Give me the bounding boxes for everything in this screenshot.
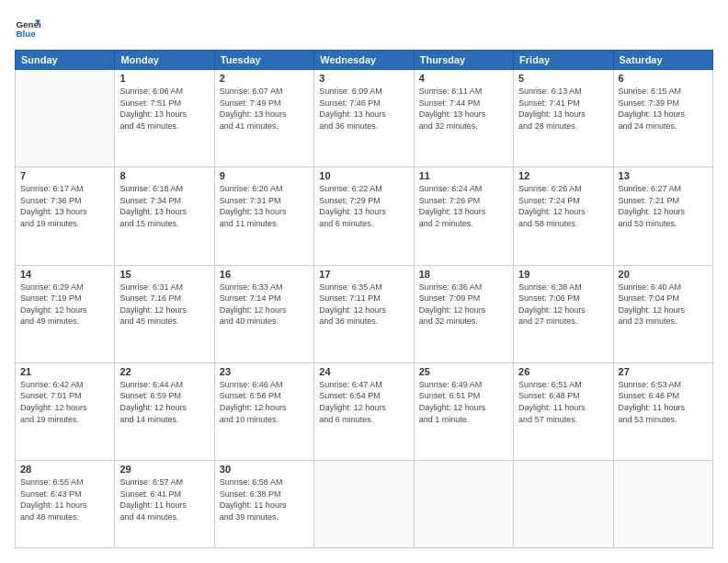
day-header-thursday: Thursday <box>414 51 513 70</box>
week-row-1: 1Sunrise: 6:06 AM Sunset: 7:51 PM Daylig… <box>16 70 713 167</box>
day-info: Sunrise: 6:31 AM Sunset: 7:16 PM Dayligh… <box>119 282 209 327</box>
day-info: Sunrise: 6:24 AM Sunset: 7:26 PM Dayligh… <box>419 183 508 229</box>
day-info: Sunrise: 6:11 AM Sunset: 7:44 PM Dayligh… <box>419 86 508 132</box>
logo-icon: General Blue <box>15 15 40 40</box>
day-info: Sunrise: 6:20 AM Sunset: 7:31 PM Dayligh… <box>220 183 309 229</box>
calendar-cell: 25Sunrise: 6:49 AM Sunset: 6:51 PM Dayli… <box>414 362 513 460</box>
calendar-cell <box>314 461 414 548</box>
calendar-cell: 17Sunrise: 6:35 AM Sunset: 7:11 PM Dayli… <box>314 265 414 362</box>
day-number: 24 <box>319 366 408 377</box>
day-header-wednesday: Wednesday <box>314 51 414 70</box>
day-info: Sunrise: 6:29 AM Sunset: 7:19 PM Dayligh… <box>20 282 109 327</box>
day-number: 18 <box>419 269 508 280</box>
calendar-cell: 20Sunrise: 6:40 AM Sunset: 7:04 PM Dayli… <box>613 265 712 362</box>
day-number: 4 <box>419 73 508 84</box>
calendar-cell: 7Sunrise: 6:17 AM Sunset: 7:36 PM Daylig… <box>16 167 115 265</box>
day-number: 28 <box>20 464 109 475</box>
day-number: 26 <box>518 366 608 377</box>
day-number: 23 <box>220 366 309 377</box>
day-info: Sunrise: 6:36 AM Sunset: 7:09 PM Dayligh… <box>419 282 508 327</box>
calendar-cell: 15Sunrise: 6:31 AM Sunset: 7:16 PM Dayli… <box>115 265 214 362</box>
calendar-cell: 3Sunrise: 6:09 AM Sunset: 7:46 PM Daylig… <box>314 70 414 167</box>
header: General Blue <box>15 15 713 40</box>
day-number: 8 <box>119 170 209 181</box>
calendar-cell: 2Sunrise: 6:07 AM Sunset: 7:49 PM Daylig… <box>214 70 313 167</box>
calendar-cell: 12Sunrise: 6:26 AM Sunset: 7:24 PM Dayli… <box>514 167 613 265</box>
calendar-cell: 1Sunrise: 6:06 AM Sunset: 7:51 PM Daylig… <box>115 70 214 167</box>
svg-text:Blue: Blue <box>16 29 36 39</box>
day-info: Sunrise: 6:57 AM Sunset: 6:41 PM Dayligh… <box>119 477 209 523</box>
day-header-friday: Friday <box>514 51 613 70</box>
day-info: Sunrise: 6:58 AM Sunset: 6:38 PM Dayligh… <box>220 477 309 523</box>
calendar-cell: 4Sunrise: 6:11 AM Sunset: 7:44 PM Daylig… <box>414 70 513 167</box>
calendar-cell: 6Sunrise: 6:15 AM Sunset: 7:39 PM Daylig… <box>613 70 712 167</box>
day-number: 11 <box>419 170 508 181</box>
calendar-cell: 23Sunrise: 6:46 AM Sunset: 6:56 PM Dayli… <box>214 362 313 460</box>
day-number: 10 <box>319 170 408 181</box>
day-header-tuesday: Tuesday <box>214 51 313 70</box>
day-number: 30 <box>220 464 309 475</box>
calendar-cell: 28Sunrise: 6:55 AM Sunset: 6:43 PM Dayli… <box>16 461 115 548</box>
day-info: Sunrise: 6:13 AM Sunset: 7:41 PM Dayligh… <box>518 86 608 132</box>
day-info: Sunrise: 6:46 AM Sunset: 6:56 PM Dayligh… <box>220 379 309 425</box>
day-number: 7 <box>20 170 109 181</box>
day-number: 20 <box>619 269 708 280</box>
day-number: 12 <box>518 170 608 181</box>
calendar-cell: 11Sunrise: 6:24 AM Sunset: 7:26 PM Dayli… <box>414 167 513 265</box>
day-info: Sunrise: 6:55 AM Sunset: 6:43 PM Dayligh… <box>20 477 109 523</box>
calendar-cell: 29Sunrise: 6:57 AM Sunset: 6:41 PM Dayli… <box>115 461 214 548</box>
calendar-cell: 26Sunrise: 6:51 AM Sunset: 6:48 PM Dayli… <box>514 362 613 460</box>
day-info: Sunrise: 6:35 AM Sunset: 7:11 PM Dayligh… <box>319 282 408 327</box>
day-number: 16 <box>220 269 309 280</box>
calendar-cell: 14Sunrise: 6:29 AM Sunset: 7:19 PM Dayli… <box>16 265 115 362</box>
day-number: 2 <box>220 73 309 84</box>
calendar-table: SundayMondayTuesdayWednesdayThursdayFrid… <box>15 50 713 548</box>
day-number: 15 <box>119 269 209 280</box>
day-number: 1 <box>119 73 209 84</box>
calendar-cell <box>613 461 712 548</box>
calendar-cell: 24Sunrise: 6:47 AM Sunset: 6:54 PM Dayli… <box>314 362 414 460</box>
day-number: 6 <box>619 73 708 84</box>
day-number: 29 <box>119 464 209 475</box>
calendar-cell: 19Sunrise: 6:38 AM Sunset: 7:06 PM Dayli… <box>514 265 613 362</box>
day-info: Sunrise: 6:47 AM Sunset: 6:54 PM Dayligh… <box>319 379 408 425</box>
day-info: Sunrise: 6:27 AM Sunset: 7:21 PM Dayligh… <box>619 183 708 229</box>
day-number: 21 <box>20 366 109 377</box>
day-info: Sunrise: 6:53 AM Sunset: 6:46 PM Dayligh… <box>619 379 708 425</box>
day-number: 22 <box>119 366 209 377</box>
calendar-cell: 18Sunrise: 6:36 AM Sunset: 7:09 PM Dayli… <box>414 265 513 362</box>
day-info: Sunrise: 6:42 AM Sunset: 7:01 PM Dayligh… <box>20 379 109 425</box>
calendar-cell: 5Sunrise: 6:13 AM Sunset: 7:41 PM Daylig… <box>514 70 613 167</box>
calendar-cell: 16Sunrise: 6:33 AM Sunset: 7:14 PM Dayli… <box>214 265 313 362</box>
day-info: Sunrise: 6:06 AM Sunset: 7:51 PM Dayligh… <box>119 86 209 132</box>
day-info: Sunrise: 6:40 AM Sunset: 7:04 PM Dayligh… <box>619 282 708 327</box>
day-header-saturday: Saturday <box>613 51 712 70</box>
day-header-monday: Monday <box>115 51 214 70</box>
week-row-3: 14Sunrise: 6:29 AM Sunset: 7:19 PM Dayli… <box>16 265 713 362</box>
day-info: Sunrise: 6:49 AM Sunset: 6:51 PM Dayligh… <box>419 379 508 425</box>
day-number: 13 <box>619 170 708 181</box>
day-info: Sunrise: 6:18 AM Sunset: 7:34 PM Dayligh… <box>119 183 209 229</box>
day-number: 19 <box>518 269 608 280</box>
day-number: 14 <box>20 269 109 280</box>
calendar-cell: 22Sunrise: 6:44 AM Sunset: 6:59 PM Dayli… <box>115 362 214 460</box>
day-info: Sunrise: 6:33 AM Sunset: 7:14 PM Dayligh… <box>220 282 309 327</box>
calendar-cell: 27Sunrise: 6:53 AM Sunset: 6:46 PM Dayli… <box>613 362 712 460</box>
calendar-cell: 21Sunrise: 6:42 AM Sunset: 7:01 PM Dayli… <box>16 362 115 460</box>
day-number: 17 <box>319 269 408 280</box>
day-info: Sunrise: 6:17 AM Sunset: 7:36 PM Dayligh… <box>20 183 109 229</box>
calendar-cell: 10Sunrise: 6:22 AM Sunset: 7:29 PM Dayli… <box>314 167 414 265</box>
calendar-cell: 30Sunrise: 6:58 AM Sunset: 6:38 PM Dayli… <box>214 461 313 548</box>
day-number: 27 <box>619 366 708 377</box>
day-info: Sunrise: 6:15 AM Sunset: 7:39 PM Dayligh… <box>619 86 708 132</box>
header-row: SundayMondayTuesdayWednesdayThursdayFrid… <box>16 51 713 70</box>
calendar-cell <box>16 70 115 167</box>
day-info: Sunrise: 6:44 AM Sunset: 6:59 PM Dayligh… <box>119 379 209 425</box>
week-row-5: 28Sunrise: 6:55 AM Sunset: 6:43 PM Dayli… <box>16 461 713 548</box>
logo: General Blue <box>15 15 44 40</box>
day-number: 3 <box>319 73 408 84</box>
day-info: Sunrise: 6:09 AM Sunset: 7:46 PM Dayligh… <box>319 86 408 132</box>
day-info: Sunrise: 6:38 AM Sunset: 7:06 PM Dayligh… <box>518 282 608 327</box>
day-info: Sunrise: 6:22 AM Sunset: 7:29 PM Dayligh… <box>319 183 408 229</box>
calendar-cell: 13Sunrise: 6:27 AM Sunset: 7:21 PM Dayli… <box>613 167 712 265</box>
